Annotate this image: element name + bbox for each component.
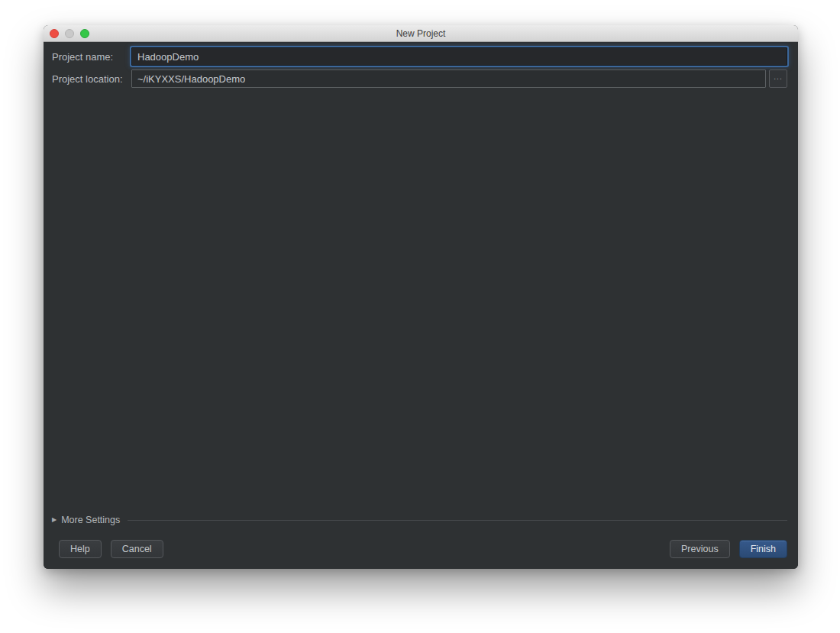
project-location-row: Project location: ...	[52, 69, 787, 88]
chevron-right-icon: ▶	[52, 517, 57, 523]
button-bar: Help Cancel Previous Finish	[52, 540, 787, 558]
help-button[interactable]: Help	[59, 540, 102, 558]
project-location-input[interactable]	[131, 69, 766, 88]
project-name-label: Project name:	[52, 51, 131, 63]
project-name-input[interactable]	[131, 47, 787, 66]
window-title: New Project	[396, 28, 446, 39]
titlebar[interactable]: New Project	[44, 25, 798, 42]
project-name-row: Project name:	[52, 47, 787, 66]
close-icon[interactable]	[50, 29, 59, 38]
minimize-icon	[65, 29, 74, 38]
zoom-icon[interactable]	[80, 29, 89, 38]
cancel-button[interactable]: Cancel	[111, 540, 163, 558]
finish-button[interactable]: Finish	[739, 540, 787, 558]
previous-button[interactable]: Previous	[670, 540, 730, 558]
new-project-dialog: New Project Project name: Project locati…	[44, 25, 798, 569]
empty-area	[52, 92, 787, 515]
separator-line	[128, 520, 787, 521]
project-location-label: Project location:	[52, 73, 131, 85]
traffic-lights	[50, 25, 89, 42]
browse-location-button[interactable]: ...	[769, 69, 787, 88]
more-settings-toggle[interactable]: ▶ More Settings	[52, 515, 787, 525]
dialog-content: Project name: Project location: ... ▶ Mo…	[44, 42, 798, 569]
more-settings-label: More Settings	[61, 515, 120, 525]
